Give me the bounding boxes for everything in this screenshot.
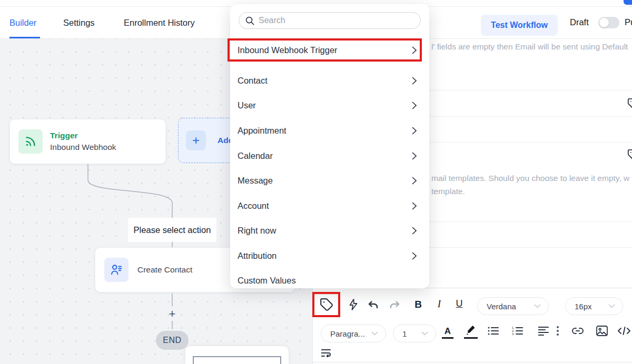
menu-item-label: Message — [238, 176, 273, 186]
svg-text:3.: 3. — [512, 332, 515, 336]
field-divider — [428, 221, 632, 222]
menu-item-label: Calendar — [238, 151, 273, 161]
editor-bottom-divider — [313, 362, 632, 362]
chevron-right-icon — [412, 77, 417, 85]
highlight-color-bar — [464, 337, 478, 339]
undo-icon[interactable] — [367, 299, 380, 312]
helper-text-template-line2: template. — [431, 185, 629, 198]
text-wrap-icon[interactable] — [321, 349, 332, 357]
menu-item-appointment[interactable]: Appointment — [230, 119, 429, 142]
chevron-right-icon — [412, 177, 417, 185]
chevron-right-icon — [412, 202, 417, 210]
field-divider — [428, 116, 632, 117]
publish-toggle[interactable] — [598, 17, 619, 28]
chevron-down-icon — [608, 304, 615, 308]
search-input[interactable] — [259, 16, 420, 25]
annotation-box-inbound-webhook — [228, 38, 422, 62]
bullet-list-icon[interactable] — [488, 326, 499, 336]
plus-icon[interactable]: + — [186, 130, 206, 150]
chevron-right-icon — [412, 152, 417, 160]
end-node: END — [156, 331, 189, 350]
search-icon — [245, 16, 254, 25]
create-contact-label: Create Contact — [137, 265, 192, 275]
annotation-box-tag-icon — [312, 292, 340, 317]
trigger-node-title: Trigger — [50, 131, 116, 140]
highlight-color-button[interactable] — [465, 325, 477, 336]
menu-item-label: Right now — [238, 226, 276, 236]
trigger-node[interactable]: Trigger Inbound Webhook — [9, 119, 166, 164]
field-divider — [428, 247, 632, 248]
paragraph-style-select[interactable]: Paragra... — [321, 325, 386, 342]
menu-item-contact[interactable]: Contact — [230, 69, 429, 92]
create-contact-icon — [104, 258, 129, 282]
test-workflow-button[interactable]: Test Workflow — [481, 15, 558, 36]
font-size-value: 16px — [575, 302, 592, 311]
menu-item-label: Attribution — [238, 251, 276, 261]
chevron-right-icon — [412, 252, 417, 260]
menu-item-label: Appointment — [238, 126, 287, 136]
image-icon[interactable] — [596, 326, 608, 336]
draft-label: Draft — [570, 17, 589, 27]
chevron-down-icon — [371, 331, 378, 336]
text-color-button[interactable]: A — [442, 326, 453, 337]
more-options-icon[interactable] — [556, 326, 559, 336]
active-tab-underline — [9, 37, 40, 38]
tab-enrollment-history[interactable]: Enrollment History — [124, 7, 195, 38]
inbound-webhook-icon — [18, 129, 43, 154]
font-family-value: Verdana — [487, 302, 516, 311]
code-icon[interactable] — [617, 326, 631, 336]
trigger-node-subtitle: Inbound Webhook — [50, 143, 116, 152]
menu-item-message[interactable]: Message — [230, 169, 429, 192]
publish-label: Pu — [625, 17, 632, 27]
helper-text-template-line1: mail templates. Should you choose to lea… — [431, 171, 629, 185]
menu-item-label: Account — [238, 201, 269, 211]
chevron-down-icon — [534, 304, 541, 308]
bottom-popup-field[interactable] — [193, 356, 281, 364]
top-blue-button-fragment — [624, 0, 632, 5]
chevron-right-icon — [412, 227, 417, 235]
field-divider — [428, 90, 632, 90]
font-family-select[interactable]: Verdana — [477, 297, 549, 315]
line-height-select[interactable]: 1 — [393, 325, 436, 342]
menu-item-label: Custom Values — [238, 276, 296, 286]
line-height-value: 1 — [402, 329, 407, 338]
menu-item-account[interactable]: Account — [230, 194, 429, 217]
custom-values-tag-icon[interactable] — [627, 149, 632, 160]
toggle-knob — [599, 18, 609, 27]
redo-icon[interactable] — [388, 299, 401, 312]
text-color-bar — [442, 337, 453, 339]
underline-button[interactable]: U — [453, 298, 466, 309]
helper-text-default-email: l' fields are empty then Email will be s… — [431, 42, 628, 52]
bottom-popup-card — [185, 346, 289, 364]
select-action-placeholder: Please select action — [128, 218, 216, 242]
add-step-plus-icon[interactable]: + — [165, 308, 180, 320]
custom-values-tag-icon[interactable] — [627, 98, 632, 109]
menu-item-right-now[interactable]: Right now — [230, 219, 429, 242]
menu-item-label: User — [238, 100, 256, 110]
chevron-right-icon — [412, 102, 417, 109]
workflow-builder-app: Trigger Inbound Webhook + Add Please sel… — [0, 0, 632, 364]
chevron-down-icon — [421, 331, 428, 336]
numbered-list-icon[interactable]: 1. 2. 3. — [512, 326, 524, 336]
paragraph-style-value: Paragra... — [330, 329, 365, 338]
bold-button[interactable]: B — [412, 299, 424, 310]
italic-button[interactable]: I — [433, 298, 446, 310]
align-text-icon[interactable] — [538, 326, 549, 336]
helper-text-template: mail templates. Should you choose to lea… — [431, 171, 629, 198]
menu-item-label: Contact — [238, 76, 268, 86]
menu-item-attribution[interactable]: Attribution — [230, 244, 429, 267]
menu-item-custom-values[interactable]: Custom Values — [230, 269, 429, 292]
tab-builder[interactable]: Builder — [9, 7, 36, 38]
font-size-select[interactable]: 16px — [565, 297, 623, 315]
lightning-icon[interactable] — [347, 298, 360, 311]
field-divider — [428, 142, 632, 143]
search-field[interactable] — [239, 12, 421, 29]
chevron-right-icon — [412, 127, 417, 135]
menu-item-user[interactable]: User — [230, 94, 429, 117]
link-icon[interactable] — [571, 327, 584, 335]
tab-settings[interactable]: Settings — [63, 7, 95, 38]
menu-item-calendar[interactable]: Calendar — [230, 144, 429, 167]
